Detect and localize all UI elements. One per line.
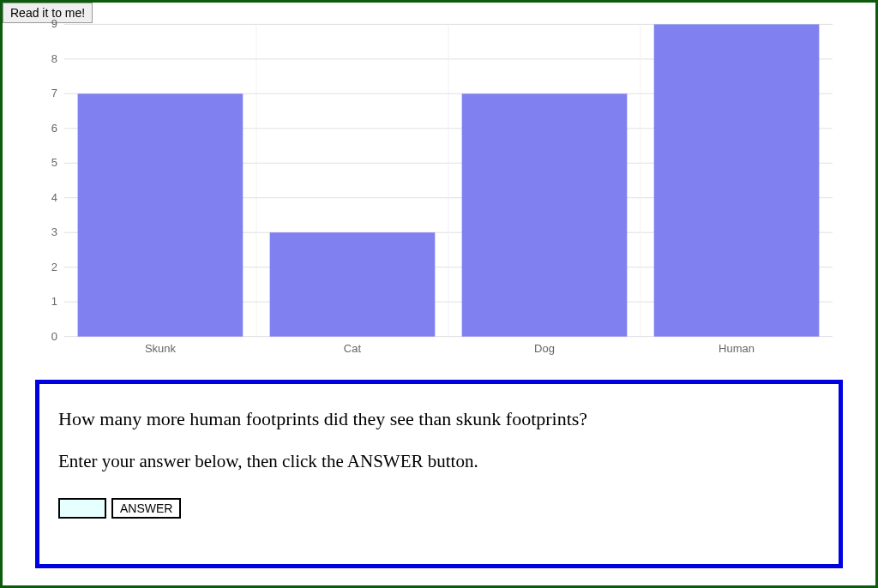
app-frame: Read it to me! 0123456789 SkunkCatDogHum… [0,0,878,588]
question-prompt: How many more human footprints did they … [58,408,820,430]
y-tick-label: 7 [51,87,57,99]
question-instruction: Enter your answer below, then click the … [58,451,820,472]
x-tick-label: Human [719,342,755,355]
bar-chart: 0123456789 SkunkCatDogHuman [28,20,850,363]
chart-svg: 0123456789 SkunkCatDogHuman [28,20,850,363]
x-tick-label: Cat [344,342,362,355]
bar-human [654,24,820,336]
question-panel: How many more human footprints did they … [35,380,843,568]
y-tick-label: 8 [51,52,57,65]
y-tick-label: 1 [51,295,57,308]
answer-row: ANSWER [58,498,820,519]
x-tick-label: Skunk [145,342,177,355]
bar-skunk [78,93,244,336]
y-tick-label: 5 [51,156,57,169]
y-tick-label: 9 [51,20,57,30]
bar-cat [270,232,436,336]
answer-input[interactable] [58,498,106,519]
y-tick-label: 2 [51,261,57,273]
y-tick-label: 6 [51,122,57,135]
answer-button[interactable]: ANSWER [111,498,181,519]
y-tick-label: 0 [51,330,57,343]
y-tick-label: 4 [51,191,57,204]
bar-dog [462,93,628,336]
x-tick-label: Dog [534,342,555,355]
y-tick-label: 3 [51,225,57,238]
